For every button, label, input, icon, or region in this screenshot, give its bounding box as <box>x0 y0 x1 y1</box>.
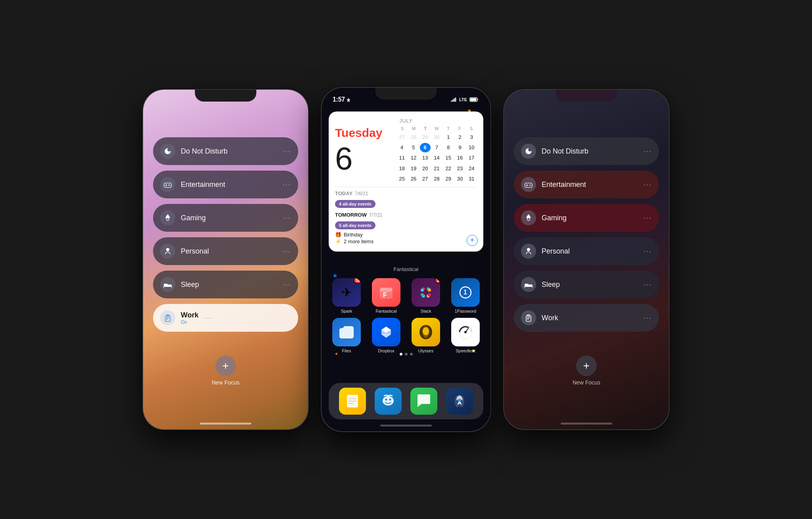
dock-rocket[interactable] <box>444 388 475 415</box>
cal-today-header: TODAY 7/6/21 <box>335 190 477 198</box>
game-icon <box>160 177 175 192</box>
slack-badge: 2 <box>435 278 440 284</box>
phone2-notch <box>375 88 437 100</box>
phone1-dnd-label: Do Not Disturb <box>181 147 277 156</box>
dock-notes[interactable] <box>337 388 368 415</box>
svg-rect-5 <box>165 316 170 321</box>
phone1-work-text-group: Work On <box>181 311 199 325</box>
phone3-work-label: Work <box>542 314 638 322</box>
phone3-gaming-dots[interactable]: ··· <box>643 214 652 222</box>
cal-today-events: 4 all-day events <box>335 200 375 208</box>
phone3-gaming-label: Gaming <box>542 214 638 222</box>
phone1-personal-dots[interactable]: ··· <box>283 247 291 256</box>
svg-point-47 <box>530 185 530 185</box>
ulysses-icon <box>412 318 440 346</box>
svg-point-48 <box>527 248 530 251</box>
cal-divider <box>335 187 477 187</box>
phone3-focus-sleep[interactable]: Sleep ··· <box>514 271 659 298</box>
svg-rect-46 <box>525 183 532 187</box>
phone3-focus-dnd[interactable]: Do Not Disturb ··· <box>514 137 659 165</box>
focus-item-entertainment[interactable]: Entertainment ··· <box>153 171 298 198</box>
cal-big-date: 6 <box>335 143 393 175</box>
phone1-notch <box>195 90 257 102</box>
svg-rect-50 <box>525 284 529 285</box>
phone3-sleep-dots[interactable]: ··· <box>643 281 652 289</box>
svg-point-2 <box>166 248 169 251</box>
app-slack[interactable]: 2 Slack <box>408 278 444 313</box>
dropbox-icon <box>372 318 400 346</box>
phone1-dnd-dots[interactable]: ··· <box>283 147 291 156</box>
phone1-gaming-label: Gaming <box>181 214 277 222</box>
app-ulysses[interactable]: Ulysses <box>408 318 444 353</box>
svg-rect-14 <box>470 98 476 101</box>
svg-point-33 <box>423 327 429 335</box>
dock-messages[interactable] <box>408 388 440 415</box>
focus-item-gaming[interactable]: Gaming ··· <box>153 204 298 232</box>
cal-today-date: 7/6/21 <box>355 191 368 196</box>
cal-day-headers: S M T W T F S <box>396 126 477 131</box>
cal-tomorrow-events: 5 all-day events <box>335 221 375 229</box>
phone3-dnd-dots[interactable]: ··· <box>643 147 652 156</box>
cal-right: S M T W T F S 27 28 29 30 <box>396 126 477 184</box>
cal-tomorrow-label: TOMORROW <box>335 212 367 218</box>
phone3-new-focus-circle: + <box>576 356 597 376</box>
work-icon <box>160 310 175 325</box>
tweetbot-icon <box>375 388 402 415</box>
focus-item-work[interactable]: Work On ··· <box>153 304 298 332</box>
phone2-dock <box>329 383 483 419</box>
phone3-focus-work[interactable]: Work ··· <box>514 304 659 332</box>
phone3-work-icon <box>521 310 536 325</box>
phone3-home-indicator <box>561 423 612 425</box>
speedtest-svg <box>458 324 473 340</box>
focus-item-sleep[interactable]: Sleep ··· <box>153 271 298 298</box>
phone3-work-dots[interactable]: ··· <box>643 314 652 322</box>
phone1-new-focus-circle: + <box>215 356 236 376</box>
phone1-entertainment-label: Entertainment <box>181 181 277 189</box>
app-files[interactable]: Files <box>329 318 364 353</box>
phone1-gaming-dots[interactable]: ··· <box>283 214 291 222</box>
phone1-new-focus-button[interactable]: + New Focus <box>212 356 239 386</box>
phone3-entertainment-dots[interactable]: ··· <box>643 181 652 189</box>
app-fantastical[interactable]: F Fantastical <box>368 278 404 313</box>
app-dropbox[interactable]: Dropbox <box>368 318 404 353</box>
phone1-personal-label: Personal <box>181 247 277 256</box>
phone3-focus-menu: Do Not Disturb ··· Entertainment ··· <box>514 137 659 332</box>
dock-tweetbot[interactable] <box>372 388 404 415</box>
phone1-entertainment-dots[interactable]: ··· <box>283 181 291 189</box>
focus-item-personal[interactable]: Personal ··· <box>153 237 298 265</box>
svg-rect-4 <box>164 284 168 285</box>
files-svg <box>339 325 354 339</box>
app-1password[interactable]: 1 1Password <box>448 278 483 313</box>
spark-label: Spark <box>341 309 352 313</box>
app-speedtest[interactable]: Speedtest <box>448 318 483 353</box>
phone3-person-icon <box>521 244 536 259</box>
focus-item-dnd[interactable]: Do Not Disturb ··· <box>153 137 298 165</box>
svg-rect-0 <box>164 183 171 187</box>
svg-point-36 <box>464 331 467 333</box>
person-icon <box>160 244 175 259</box>
phone3-new-focus-button[interactable]: + New Focus <box>573 356 600 386</box>
cal-add-button[interactable]: + <box>467 235 478 246</box>
app-spark[interactable]: ✈ 32 Spark <box>329 278 364 313</box>
phone1-work-dots[interactable]: ··· <box>204 314 213 322</box>
phone3-focus-gaming[interactable]: Gaming ··· <box>514 204 659 232</box>
messages-svg <box>416 394 432 409</box>
phone3-dnd-label: Do Not Disturb <box>542 147 638 156</box>
speedtest-icon <box>451 318 480 346</box>
phone2-time: 1:57 <box>333 96 345 103</box>
cal-month: JULY <box>335 118 477 124</box>
phone3-focus-personal[interactable]: Personal ··· <box>514 237 659 265</box>
apps-row2: Files Dropbox Ulysses <box>329 318 483 353</box>
location-icon <box>347 98 350 102</box>
phone1-sleep-dots[interactable]: ··· <box>283 281 291 289</box>
cal-tomorrow-header: TOMORROW 7/7/21 <box>335 212 477 219</box>
lte-label: LTE <box>459 97 467 102</box>
widget-label: Fantastical <box>322 266 490 272</box>
svg-point-42 <box>385 399 387 401</box>
page-dot-3 <box>410 353 413 356</box>
phone3-focus-entertainment[interactable]: Entertainment ··· <box>514 171 659 198</box>
notes-svg <box>345 393 360 409</box>
svg-rect-16 <box>380 288 393 292</box>
page-dot-2 <box>405 353 408 356</box>
phone3-personal-dots[interactable]: ··· <box>643 247 652 256</box>
